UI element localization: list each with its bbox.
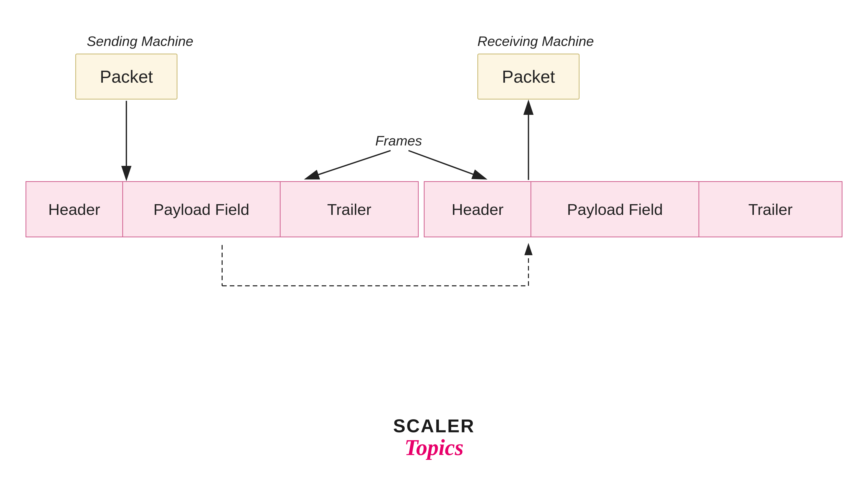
sending-header-cell: Header bbox=[26, 182, 123, 237]
scaler-text: SCALER bbox=[393, 415, 475, 436]
packet-sending-label: Packet bbox=[100, 67, 153, 87]
topics-text: Topics bbox=[393, 436, 475, 459]
receiving-header-cell: Header bbox=[425, 182, 531, 237]
packet-receiving-box: Packet bbox=[477, 54, 580, 100]
packet-receiving-label: Packet bbox=[502, 67, 555, 87]
frames-label: Frames bbox=[375, 133, 422, 149]
receiving-payload-cell: Payload Field bbox=[531, 182, 699, 237]
sending-machine-label: Sending Machine bbox=[87, 33, 193, 49]
branding: SCALER Topics bbox=[393, 415, 475, 459]
svg-line-5 bbox=[408, 151, 485, 179]
receiving-frame-row: Header Payload Field Trailer bbox=[424, 181, 842, 237]
diagram-container: Sending Machine Receiving Machine Packet… bbox=[0, 0, 868, 492]
sending-trailer-cell: Trailer bbox=[281, 182, 418, 237]
packet-sending-box: Packet bbox=[75, 54, 177, 100]
sending-payload-cell: Payload Field bbox=[123, 182, 281, 237]
receiving-machine-label: Receiving Machine bbox=[477, 33, 594, 49]
sending-frame-row: Header Payload Field Trailer bbox=[26, 181, 419, 237]
receiving-trailer-cell: Trailer bbox=[699, 182, 842, 237]
svg-line-4 bbox=[306, 151, 391, 179]
